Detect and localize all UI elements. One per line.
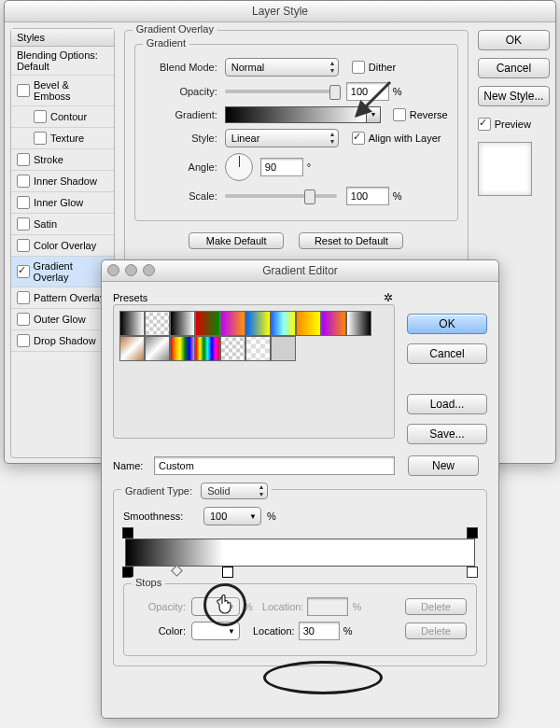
layer-style-title: Layer Style bbox=[252, 5, 308, 18]
style-option-gradient-overlay[interactable]: Gradient Overlay bbox=[11, 257, 114, 287]
presets-box bbox=[113, 304, 395, 439]
preset-swatch-13[interactable] bbox=[195, 336, 220, 361]
style-option-contour[interactable]: Contour bbox=[11, 106, 114, 128]
style-option-checkbox[interactable] bbox=[17, 153, 30, 166]
preset-swatch-16[interactable] bbox=[271, 336, 296, 361]
preset-swatch-4[interactable] bbox=[220, 311, 245, 336]
style-option-checkbox[interactable] bbox=[17, 84, 30, 97]
blend-mode-select[interactable]: Normal▴▾ bbox=[225, 58, 339, 77]
ge-ok-button[interactable]: OK bbox=[407, 314, 487, 334]
opacity-stop-right[interactable] bbox=[467, 527, 478, 539]
color-delete-button[interactable]: Delete bbox=[405, 623, 467, 639]
gradient-editor-title: Gradient Editor bbox=[262, 264, 338, 277]
style-option-pattern-overlay[interactable]: Pattern Overlay bbox=[11, 287, 114, 309]
stop-color-location-input[interactable] bbox=[299, 622, 340, 640]
presets-menu-icon[interactable]: ✲ bbox=[384, 291, 393, 304]
new-style-button[interactable]: New Style... bbox=[478, 86, 550, 106]
preset-swatch-9[interactable] bbox=[346, 311, 371, 336]
preset-swatch-14[interactable] bbox=[220, 336, 245, 361]
opacity-stop-left[interactable] bbox=[122, 527, 133, 539]
reverse-checkbox[interactable] bbox=[393, 108, 406, 121]
preset-swatch-11[interactable] bbox=[145, 336, 170, 361]
preview-checkbox[interactable] bbox=[478, 118, 491, 131]
style-option-label: Gradient Overlay bbox=[34, 260, 108, 283]
ok-button[interactable]: OK bbox=[478, 30, 550, 50]
style-option-inner-glow[interactable]: Inner Glow bbox=[11, 192, 114, 214]
smoothness-input[interactable]: 100▼ bbox=[203, 507, 261, 525]
gradient-picker[interactable]: ▾ bbox=[225, 106, 367, 123]
preset-swatch-5[interactable] bbox=[245, 311, 271, 336]
color-stop-right[interactable] bbox=[467, 567, 478, 578]
stop-opacity-input: ▼ bbox=[191, 597, 240, 616]
angle-dial[interactable] bbox=[225, 153, 253, 181]
gradient-type-label: Gradient Type: bbox=[125, 485, 192, 497]
blending-options-row[interactable]: Blending Options: Default bbox=[11, 47, 114, 76]
dither-label: Dither bbox=[369, 62, 396, 73]
style-option-checkbox[interactable] bbox=[17, 265, 30, 278]
preset-swatch-10[interactable] bbox=[119, 336, 145, 361]
gradient-bar[interactable] bbox=[125, 539, 475, 567]
preset-swatch-3[interactable] bbox=[195, 311, 220, 336]
style-select[interactable]: Linear▴▾ bbox=[225, 129, 339, 147]
style-option-inner-shadow[interactable]: Inner Shadow bbox=[11, 171, 114, 192]
scale-input[interactable] bbox=[346, 187, 389, 205]
preset-swatch-6[interactable] bbox=[271, 311, 296, 336]
close-icon[interactable] bbox=[107, 264, 119, 276]
group-legend-outer: Gradient Overlay bbox=[133, 23, 217, 35]
midpoint-diamond[interactable] bbox=[171, 565, 183, 577]
opacity-slider[interactable] bbox=[225, 90, 337, 93]
preset-swatch-0[interactable] bbox=[119, 311, 145, 336]
styles-header[interactable]: Styles bbox=[11, 29, 114, 47]
preview-swatch bbox=[478, 142, 532, 196]
preset-swatch-1[interactable] bbox=[145, 311, 170, 336]
ge-save-button[interactable]: Save... bbox=[407, 424, 487, 444]
opacity-input[interactable] bbox=[346, 82, 389, 101]
stop-color-swatch[interactable]: ▼ bbox=[191, 622, 240, 640]
scale-label: Scale: bbox=[145, 190, 225, 202]
gradient-editor-titlebar: Gradient Editor bbox=[102, 260, 498, 282]
zoom-icon[interactable] bbox=[143, 264, 155, 276]
style-option-texture[interactable]: Texture bbox=[11, 128, 114, 149]
ge-load-button[interactable]: Load... bbox=[407, 394, 487, 414]
reset-default-button[interactable]: Reset to Default bbox=[299, 232, 403, 249]
style-option-stroke[interactable]: Stroke bbox=[11, 149, 114, 171]
style-option-bevel-emboss[interactable]: Bevel & Emboss bbox=[11, 76, 114, 106]
style-option-checkbox[interactable] bbox=[17, 313, 30, 326]
style-option-checkbox[interactable] bbox=[17, 196, 30, 209]
style-option-checkbox[interactable] bbox=[17, 175, 30, 188]
reverse-label: Reverse bbox=[410, 109, 448, 120]
name-label: Name: bbox=[113, 460, 154, 471]
style-option-label: Bevel & Emboss bbox=[34, 79, 108, 102]
align-checkbox[interactable] bbox=[352, 132, 365, 145]
preset-swatch-7[interactable] bbox=[296, 311, 321, 336]
name-input[interactable] bbox=[154, 456, 395, 475]
style-option-label: Contour bbox=[50, 111, 87, 122]
dither-checkbox[interactable] bbox=[352, 61, 365, 74]
style-option-satin[interactable]: Satin bbox=[11, 214, 114, 235]
style-option-drop-shadow[interactable]: Drop Shadow bbox=[11, 330, 114, 352]
preset-swatch-12[interactable] bbox=[170, 336, 195, 361]
style-option-checkbox[interactable] bbox=[17, 217, 30, 231]
preset-swatch-8[interactable] bbox=[321, 311, 346, 336]
preset-swatch-2[interactable] bbox=[170, 311, 195, 336]
scale-slider[interactable] bbox=[225, 194, 337, 198]
style-option-checkbox[interactable] bbox=[34, 132, 47, 145]
ge-cancel-button[interactable]: Cancel bbox=[407, 343, 487, 364]
style-option-label: Texture bbox=[50, 133, 84, 144]
preset-swatch-15[interactable] bbox=[245, 336, 271, 361]
style-option-checkbox[interactable] bbox=[17, 334, 30, 347]
cancel-button[interactable]: Cancel bbox=[478, 58, 550, 78]
style-option-checkbox[interactable] bbox=[34, 110, 47, 123]
style-option-outer-glow[interactable]: Outer Glow bbox=[11, 309, 114, 330]
gradient-type-select[interactable]: Solid▴▾ bbox=[201, 483, 268, 499]
gradient-dropdown-icon[interactable]: ▾ bbox=[366, 106, 381, 123]
style-option-checkbox[interactable] bbox=[17, 291, 30, 304]
color-stop-active[interactable] bbox=[222, 567, 233, 578]
style-label: Style: bbox=[145, 133, 225, 144]
style-option-checkbox[interactable] bbox=[17, 239, 30, 252]
make-default-button[interactable]: Make Default bbox=[189, 232, 284, 249]
ge-new-button[interactable]: New bbox=[408, 455, 479, 476]
minimize-icon[interactable] bbox=[125, 264, 137, 276]
angle-input[interactable] bbox=[260, 158, 303, 176]
style-option-color-overlay[interactable]: Color Overlay bbox=[11, 235, 114, 257]
